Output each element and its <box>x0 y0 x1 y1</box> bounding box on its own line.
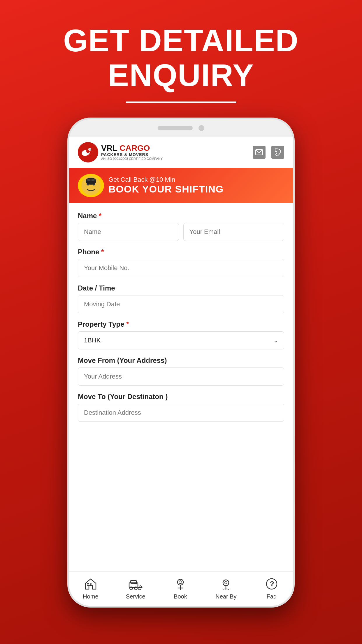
title-line1: GET DETAILED <box>63 23 299 58</box>
banner-call-text: Get Call Back @10 Min <box>108 176 224 183</box>
phone-camera <box>198 125 204 131</box>
logo-icon <box>78 142 98 162</box>
logo-text-block: VRL CARGO PACKERS & MOVERS AN ISO 9001:2… <box>101 144 163 160</box>
moveto-label: Move To (Your Destinaton ) <box>78 393 284 401</box>
banner-text: Get Call Back @10 Min BOOK YOUR SHIFTING <box>108 176 224 195</box>
phone-label: Phone * <box>78 248 284 256</box>
book-icon <box>173 576 188 592</box>
movefrom-input[interactable] <box>78 368 284 386</box>
nav-label-home: Home <box>83 593 98 600</box>
nav-label-service: Service <box>126 593 145 600</box>
name-group: Name * <box>78 212 284 241</box>
header-icons <box>253 146 284 159</box>
movefrom-group: Move From (Your Address) <box>78 356 284 386</box>
property-required: * <box>126 320 129 328</box>
datetime-group: Date / Time <box>78 284 284 313</box>
moveto-input[interactable] <box>78 404 284 422</box>
svg-point-23 <box>225 582 227 584</box>
name-label: Name * <box>78 212 284 220</box>
svg-point-20 <box>178 579 183 585</box>
app-header: VRL CARGO PACKERS & MOVERS AN ISO 9001:2… <box>69 137 293 168</box>
svg-point-10 <box>87 179 91 181</box>
faq-icon: ? <box>264 576 279 592</box>
name-input[interactable] <box>78 223 179 241</box>
svg-point-22 <box>223 580 229 586</box>
svg-point-11 <box>91 179 95 181</box>
email-icon[interactable] <box>253 146 266 159</box>
service-icon <box>128 576 143 592</box>
nav-item-home[interactable]: Home <box>83 576 98 600</box>
svg-point-9 <box>86 178 96 185</box>
logo-iso: AN ISO 9001:2008 CERTIFIED COMPANY <box>101 157 163 160</box>
promo-banner: Get Call Back @10 Min BOOK YOUR SHIFTING <box>69 168 293 203</box>
title-underline <box>126 102 236 103</box>
moveto-group: Move To (Your Destinaton ) <box>78 393 284 422</box>
svg-point-21 <box>179 581 182 584</box>
phone-required: * <box>101 248 104 256</box>
title-line2: ENQUIRY <box>63 58 299 93</box>
nav-label-book: Book <box>174 593 187 600</box>
logo-brand: VRL CARGO <box>101 144 163 152</box>
movefrom-label: Move From (Your Address) <box>78 356 284 365</box>
nav-label-faq: Faq <box>267 593 277 600</box>
nav-item-faq[interactable]: ? Faq <box>264 576 279 600</box>
nav-item-nearby[interactable]: Near By <box>215 576 236 600</box>
nav-item-service[interactable]: Service <box>126 576 145 600</box>
property-group: Property Type * 1BHK 2BHK 3BHK 4BHK Vill… <box>78 320 284 349</box>
nav-item-book[interactable]: Book <box>173 576 188 600</box>
property-label: Property Type * <box>78 320 284 328</box>
property-select-wrapper: 1BHK 2BHK 3BHK 4BHK Villa Office ⌄ <box>78 331 284 349</box>
phone-group: Phone * <box>78 248 284 277</box>
phone-top-bar <box>69 119 293 137</box>
phone-speaker <box>158 126 193 130</box>
nearby-icon <box>218 576 233 592</box>
logo-sub: PACKERS & MOVERS <box>101 152 163 157</box>
home-icon <box>83 576 98 592</box>
svg-rect-14 <box>90 583 91 584</box>
phone-icon[interactable] <box>271 146 284 159</box>
datetime-input[interactable] <box>78 295 284 313</box>
page-title: GET DETAILED ENQUIRY <box>63 23 299 93</box>
nav-label-nearby: Near By <box>215 593 236 600</box>
bottom-nav: Home Service <box>69 571 293 606</box>
phone-frame: VRL CARGO PACKERS & MOVERS AN ISO 9001:2… <box>67 118 295 608</box>
email-input[interactable] <box>183 223 284 241</box>
name-required: * <box>99 212 101 220</box>
phone-input[interactable] <box>78 259 284 277</box>
name-row <box>78 223 284 241</box>
banner-mascot <box>78 174 104 197</box>
banner-book-text: BOOK YOUR SHIFTING <box>108 183 224 195</box>
svg-text:?: ? <box>270 580 274 588</box>
phone-screen: VRL CARGO PACKERS & MOVERS AN ISO 9001:2… <box>69 137 293 606</box>
property-select[interactable]: 1BHK 2BHK 3BHK 4BHK Villa Office <box>78 331 284 349</box>
datetime-label: Date / Time <box>78 284 284 292</box>
svg-point-4 <box>89 148 91 150</box>
logo-area: VRL CARGO PACKERS & MOVERS AN ISO 9001:2… <box>78 142 163 162</box>
enquiry-form: Name * Phone * Date / Time <box>69 203 293 571</box>
svg-rect-13 <box>87 583 89 586</box>
